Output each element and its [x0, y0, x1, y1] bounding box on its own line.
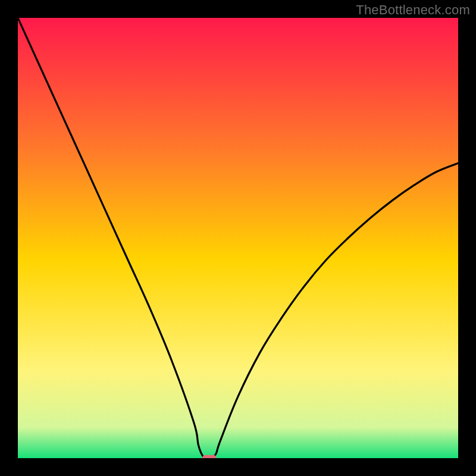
chart-frame: TheBottleneck.com	[0, 0, 476, 476]
optimal-marker	[202, 455, 217, 458]
gradient-background	[18, 18, 458, 458]
bottleneck-chart-svg	[18, 18, 458, 458]
watermark-text: TheBottleneck.com	[356, 2, 470, 18]
plot-area	[18, 18, 458, 458]
